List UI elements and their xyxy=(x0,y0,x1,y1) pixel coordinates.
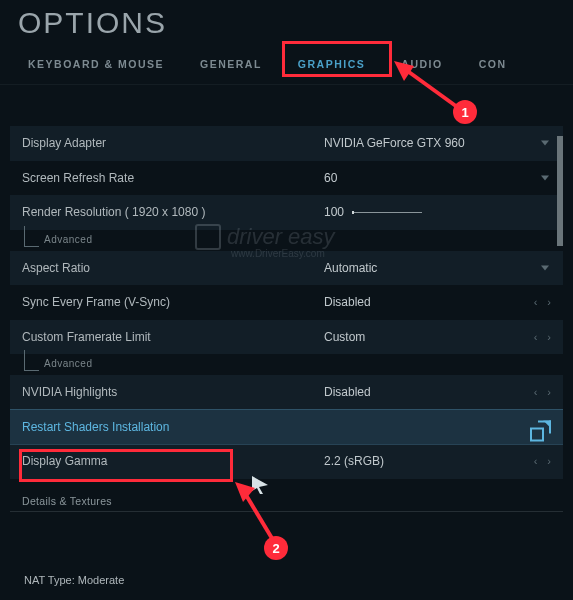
chevron-left-icon[interactable]: ‹ xyxy=(534,296,538,308)
nav-gamma[interactable]: ‹› xyxy=(534,455,551,467)
chevron-left-icon[interactable]: ‹ xyxy=(534,331,538,343)
nav-vsync[interactable]: ‹› xyxy=(534,296,551,308)
label-display-adapter: Display Adapter xyxy=(22,136,324,150)
value-display-adapter: NVIDIA GeForce GTX 960 xyxy=(324,136,551,150)
nav-highlights[interactable]: ‹› xyxy=(534,386,551,398)
label-nvidia-highlights: NVIDIA Highlights xyxy=(22,385,324,399)
scrollbar[interactable] xyxy=(557,136,563,246)
row-restart-shaders[interactable]: Restart Shaders Installation xyxy=(10,410,563,445)
advanced-label-1[interactable]: Advanced xyxy=(10,230,563,251)
value-display-gamma: 2.2 (sRGB) xyxy=(324,454,534,468)
label-framerate-limit: Custom Framerate Limit xyxy=(22,330,324,344)
value-vsync: Disabled xyxy=(324,295,534,309)
value-aspect-ratio: Automatic xyxy=(324,261,551,275)
value-nvidia-highlights: Disabled xyxy=(324,385,534,399)
row-aspect-ratio[interactable]: Aspect Ratio Automatic xyxy=(10,251,563,286)
chevron-down-icon[interactable] xyxy=(541,175,549,180)
tab-keyboard-mouse[interactable]: KEYBOARD & MOUSE xyxy=(10,46,182,84)
chevron-right-icon[interactable]: › xyxy=(547,455,551,467)
label-aspect-ratio: Aspect Ratio xyxy=(22,261,324,275)
label-display-gamma: Display Gamma xyxy=(22,454,324,468)
row-framerate-limit[interactable]: Custom Framerate Limit Custom ‹› xyxy=(10,320,563,355)
label-restart-shaders: Restart Shaders Installation xyxy=(22,420,324,434)
label-vsync: Sync Every Frame (V-Sync) xyxy=(22,295,324,309)
tab-con[interactable]: CON xyxy=(461,46,525,84)
page-title: OPTIONS xyxy=(0,0,573,40)
row-vsync[interactable]: Sync Every Frame (V-Sync) Disabled ‹› xyxy=(10,285,563,320)
value-render-resolution[interactable]: 100 xyxy=(324,205,551,219)
tab-graphics[interactable]: GRAPHICS xyxy=(280,46,383,84)
chevron-down-icon[interactable] xyxy=(541,265,549,270)
footer-nat-type: NAT Type: Moderate xyxy=(24,574,124,586)
nav-framerate[interactable]: ‹› xyxy=(534,331,551,343)
value-screen-refresh: 60 xyxy=(324,171,551,185)
chevron-down-icon[interactable] xyxy=(541,141,549,146)
section-details-textures: Details & Textures xyxy=(10,485,563,512)
tab-audio[interactable]: AUDIO xyxy=(383,46,460,84)
chevron-left-icon[interactable]: ‹ xyxy=(534,455,538,467)
label-screen-refresh: Screen Refresh Rate xyxy=(22,171,324,185)
value-framerate-limit: Custom xyxy=(324,330,534,344)
chevron-left-icon[interactable]: ‹ xyxy=(534,386,538,398)
row-display-adapter[interactable]: Display Adapter NVIDIA GeForce GTX 960 xyxy=(10,126,563,161)
tab-general[interactable]: GENERAL xyxy=(182,46,280,84)
chevron-right-icon[interactable]: › xyxy=(547,296,551,308)
chevron-right-icon[interactable]: › xyxy=(547,331,551,343)
row-nvidia-highlights[interactable]: NVIDIA Highlights Disabled ‹› xyxy=(10,375,563,410)
settings-panel: Display Adapter NVIDIA GeForce GTX 960 S… xyxy=(10,100,563,600)
external-link-icon[interactable] xyxy=(538,420,551,433)
chevron-right-icon[interactable]: › xyxy=(547,386,551,398)
row-screen-refresh[interactable]: Screen Refresh Rate 60 xyxy=(10,161,563,196)
tab-bar: KEYBOARD & MOUSE GENERAL GRAPHICS AUDIO … xyxy=(0,46,573,85)
render-resolution-number: 100 xyxy=(324,205,344,219)
advanced-label-2[interactable]: Advanced xyxy=(10,354,563,375)
row-display-gamma[interactable]: Display Gamma 2.2 (sRGB) ‹› xyxy=(10,444,563,479)
label-render-resolution: Render Resolution ( 1920 x 1080 ) xyxy=(22,205,324,219)
render-resolution-slider[interactable] xyxy=(352,212,422,213)
row-render-resolution[interactable]: Render Resolution ( 1920 x 1080 ) 100 xyxy=(10,195,563,230)
